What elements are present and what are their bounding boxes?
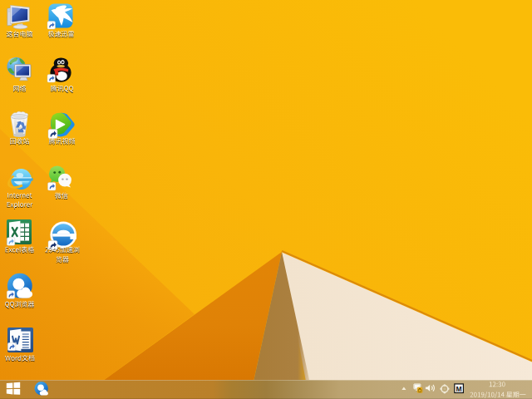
svg-text:M: M — [456, 385, 462, 393]
